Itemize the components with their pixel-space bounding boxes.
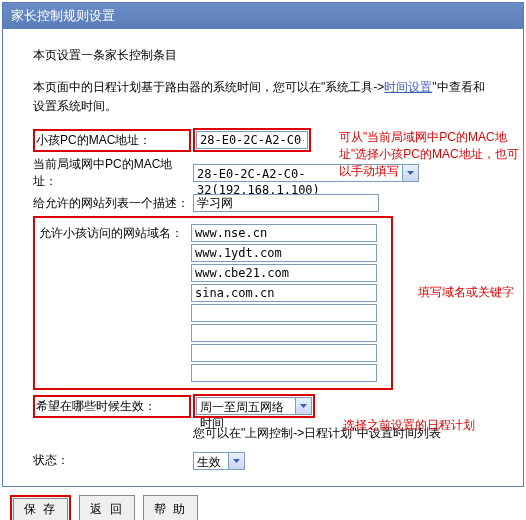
domain-input-1[interactable] (191, 244, 377, 262)
mac-input[interactable] (196, 131, 308, 149)
schedule-label: 希望在哪些时候生效： (36, 398, 188, 415)
help-button[interactable]: 帮 助 (143, 495, 198, 520)
lan-mac-label: 当前局域网中PC的MAC地址： (33, 156, 193, 190)
annotation-domain: 填写域名或关键字 (418, 284, 518, 301)
site-desc-input[interactable] (193, 194, 379, 212)
desc-text-pre: 本页面中的日程计划基于路由器的系统时间，您可以在"系统工具-> (33, 80, 384, 94)
domain-list-box: 允许小孩访问的网站域名： (33, 216, 393, 390)
button-row: 保 存 返 回 帮 助 (0, 489, 526, 520)
status-label: 状态： (33, 452, 193, 469)
site-desc-label: 给允许的网站列表一个描述： (33, 195, 193, 212)
domain-input-4[interactable] (191, 304, 377, 322)
domain-input-6[interactable] (191, 344, 377, 362)
annotation-mac: 可从"当前局域网中PC的MAC地址"选择小孩PC的MAC地址，也可以手动填写 (339, 129, 519, 179)
schedule-select[interactable]: 周一至周五网络时间 (196, 397, 296, 415)
schedule-dropdown-icon[interactable] (295, 397, 312, 415)
domain-input-0[interactable] (191, 224, 377, 242)
page-description: 本页面中的日程计划基于路由器的系统时间，您可以在"系统工具->时间设置"中查看和… (33, 78, 493, 116)
time-settings-link[interactable]: 时间设置 (384, 80, 432, 94)
domain-input-7[interactable] (191, 364, 377, 382)
back-button[interactable]: 返 回 (79, 495, 134, 520)
page-heading: 本页设置一条家长控制条目 (33, 47, 493, 64)
mac-label: 小孩PC的MAC地址： (36, 132, 188, 149)
window-title: 家长控制规则设置 (3, 3, 523, 29)
sched-desc-pre: 您可以在"上网控制-> (193, 426, 304, 440)
status-dropdown-icon[interactable] (228, 452, 245, 470)
domain-label: 允许小孩访问的网站域名： (39, 225, 191, 242)
domain-input-2[interactable] (191, 264, 377, 282)
domain-input-3[interactable] (191, 284, 377, 302)
save-button[interactable]: 保 存 (13, 498, 68, 520)
status-select[interactable]: 生效 (193, 452, 229, 470)
annotation-schedule: 选择之前设置的日程计划 (343, 417, 523, 434)
domain-input-5[interactable] (191, 324, 377, 342)
